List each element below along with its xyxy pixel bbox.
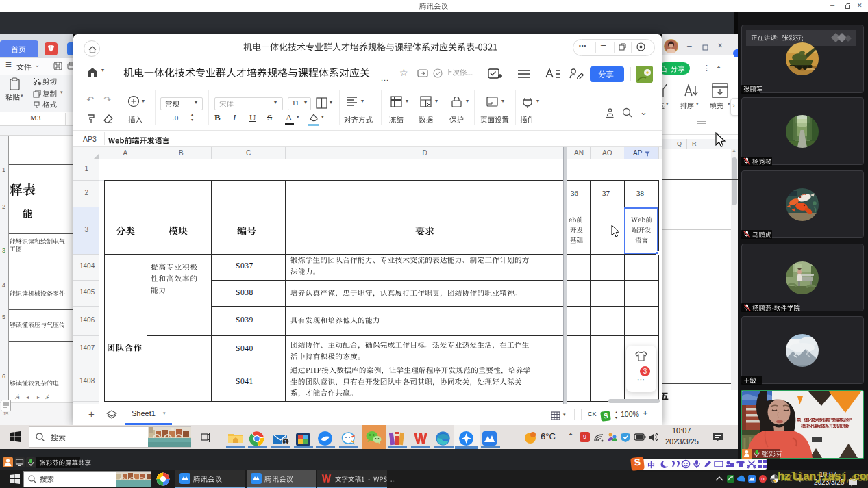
svg-text:1: 1	[284, 439, 288, 444]
